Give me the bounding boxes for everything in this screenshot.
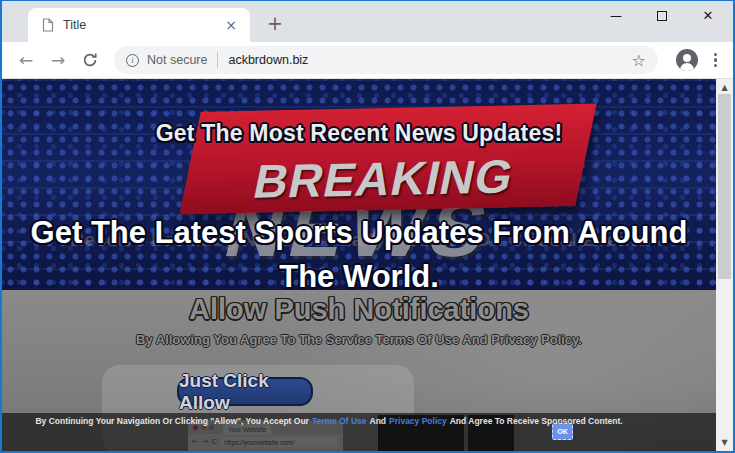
headline-main-line1: Get The Latest Sports Updates From Aroun… bbox=[31, 215, 688, 250]
scroll-up-icon[interactable]: ▲ bbox=[716, 80, 733, 95]
scrollbar-thumb[interactable] bbox=[718, 94, 731, 279]
browser-window: Title × + — ✕ ← → i Not secure ackbrdown… bbox=[0, 0, 735, 453]
browser-tab[interactable]: Title × bbox=[28, 8, 250, 42]
push-prompt-subtitle: By Allowing You Agree To The Service Ter… bbox=[2, 332, 716, 347]
headline-top: Get The Most Recent News Updates! bbox=[2, 120, 716, 147]
tab-title: Title bbox=[63, 18, 222, 32]
page-viewport: BREAKING NEWS Get The Most Recent News U… bbox=[2, 79, 733, 451]
consent-bar: By Continuing Your Navigation Or Clickin… bbox=[2, 413, 716, 451]
breaking-banner-text: BREAKING bbox=[248, 152, 518, 213]
scroll-down-icon[interactable]: ▼ bbox=[716, 435, 733, 450]
maximize-button[interactable] bbox=[639, 1, 685, 30]
page-main: BREAKING NEWS Get The Most Recent News U… bbox=[2, 79, 716, 451]
bookmark-star-icon[interactable]: ☆ bbox=[631, 51, 645, 70]
profile-avatar-icon[interactable] bbox=[676, 49, 698, 71]
browser-toolbar: ← → i Not secure ackbrdown.biz ☆ bbox=[2, 42, 733, 79]
address-bar[interactable]: i Not secure ackbrdown.biz ☆ bbox=[114, 46, 658, 74]
reload-icon bbox=[82, 52, 98, 68]
consent-text-and: And bbox=[370, 416, 387, 426]
close-window-button[interactable]: ✕ bbox=[685, 1, 731, 30]
reload-button[interactable] bbox=[77, 47, 103, 73]
security-label: Not secure bbox=[147, 53, 207, 67]
scrollbar[interactable]: ▲ ▼ bbox=[716, 79, 733, 451]
page-favicon-icon bbox=[42, 18, 54, 32]
new-tab-button[interactable]: + bbox=[262, 10, 288, 36]
tab-strip: Title × + — ✕ bbox=[2, 1, 733, 42]
forward-button[interactable]: → bbox=[45, 47, 71, 73]
consent-text-before: By Continuing Your Navigation Or Clickin… bbox=[35, 416, 308, 426]
consent-text-after: And Agree To Receive Sponsored Content. bbox=[450, 416, 623, 426]
ok-button[interactable]: OK bbox=[552, 423, 573, 440]
tab-close-icon[interactable]: × bbox=[222, 16, 240, 34]
minimize-button[interactable]: — bbox=[593, 1, 639, 30]
just-click-allow-button[interactable]: Just Click Allow bbox=[177, 377, 313, 406]
headline-main-line2: The World. bbox=[279, 259, 439, 294]
omnibox-divider bbox=[217, 52, 218, 68]
info-icon[interactable]: i bbox=[126, 54, 139, 67]
headline-main: Get The Latest Sports Updates From Aroun… bbox=[2, 211, 716, 299]
maximize-icon bbox=[657, 11, 667, 21]
privacy-policy-link[interactable]: Privacy Policy bbox=[389, 416, 447, 426]
back-button[interactable]: ← bbox=[13, 47, 39, 73]
terms-of-use-link[interactable]: Terms Of Use bbox=[312, 416, 367, 426]
url-text: ackbrdown.biz bbox=[228, 53, 629, 67]
menu-kebab-icon[interactable] bbox=[708, 49, 723, 72]
window-controls: — ✕ bbox=[593, 1, 731, 30]
